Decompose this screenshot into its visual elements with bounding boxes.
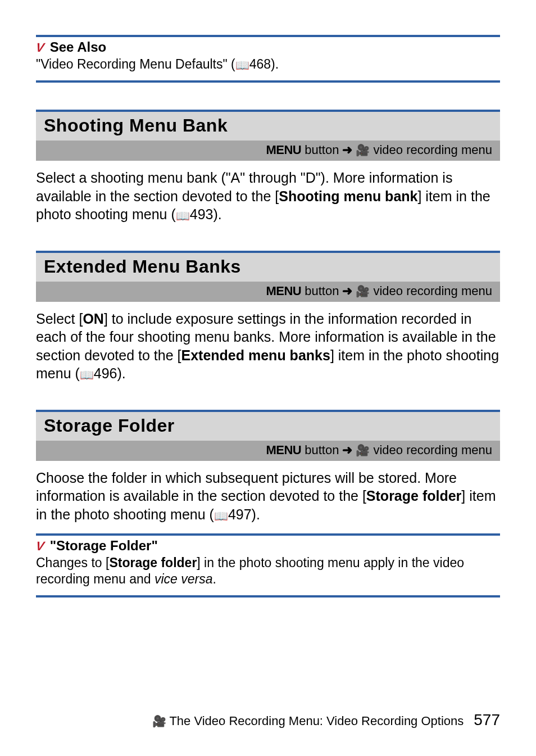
note-seealso-title: See Also xyxy=(50,39,107,55)
alert-v-icon: V xyxy=(34,42,46,54)
body-smb-ref: 493). xyxy=(190,206,222,222)
section-sub-emb: MENU button ➜ 🎥 video recording menu xyxy=(36,282,500,302)
body-emb: Select [ON] to include exposure settings… xyxy=(36,310,500,383)
section-title-emb: Extended Menu Banks xyxy=(44,256,492,277)
page: V See Also "Video Recording Menu Default… xyxy=(0,0,536,756)
menu-label-emb: MENU xyxy=(266,284,301,298)
note-sf-title: "Storage Folder" xyxy=(50,538,158,554)
section-storage-folder: Storage Folder MENU button ➜ 🎥 video rec… xyxy=(36,410,500,597)
body-smb: Select a shooting menu bank ("A" through… xyxy=(36,169,500,224)
note-seealso-text1: "Video Recording Menu Defaults" ( xyxy=(36,57,235,71)
note-sf-italic: vice versa xyxy=(155,572,213,586)
rule-bottom-sfnote xyxy=(36,595,500,597)
menu-trail-emb: video recording menu xyxy=(373,284,492,298)
note-sf-body: Changes to [Storage folder] in the photo… xyxy=(36,555,500,587)
video-icon: 🎥 xyxy=(356,284,370,298)
book-icon: 📖 xyxy=(214,509,228,523)
rule-top-sfnote xyxy=(36,533,500,536)
menu-label-sf: MENU xyxy=(266,443,301,458)
section-title-wrap-emb: Extended Menu Banks xyxy=(36,251,500,282)
menu-btn-emb: button xyxy=(305,284,339,298)
section-title-sf: Storage Folder xyxy=(44,415,492,436)
note-sf-bold: Storage folder xyxy=(109,555,197,570)
alert-v-icon: V xyxy=(34,540,46,553)
section-title-wrap-smb: Shooting Menu Bank xyxy=(36,110,500,141)
body-emb-1a: Select [ xyxy=(36,311,83,327)
video-icon: 🎥 xyxy=(356,143,370,157)
section-sub-smb: MENU button ➜ 🎥 video recording menu xyxy=(36,141,500,161)
video-icon: 🎥 xyxy=(152,715,166,727)
book-icon: 📖 xyxy=(235,58,249,73)
footer-text-wrap: 🎥 The Video Recording Menu: Video Record… xyxy=(152,714,464,728)
body-sf-bold: Storage folder xyxy=(366,488,461,504)
body-smb-bold: Shooting menu bank xyxy=(279,188,417,204)
arrow-icon: ➜ xyxy=(342,284,352,298)
rule-bottom-seealso xyxy=(36,80,500,83)
section-sub-sf: MENU button ➜ 🎥 video recording menu xyxy=(36,441,500,461)
note-seealso-ref: 468). xyxy=(249,57,279,71)
note-storage-folder: V "Storage Folder" Changes to [Storage f… xyxy=(36,533,500,597)
book-icon: 📖 xyxy=(176,209,190,223)
body-sf: Choose the folder in which subsequent pi… xyxy=(36,469,500,524)
footer-text: The Video Recording Menu: Video Recordin… xyxy=(166,714,464,728)
note-sf-3: . xyxy=(213,572,216,586)
book-icon: 📖 xyxy=(80,368,94,382)
menu-trail-sf: video recording menu xyxy=(373,443,492,458)
body-emb-ref: 496). xyxy=(94,365,126,381)
page-footer: 🎥 The Video Recording Menu: Video Record… xyxy=(36,711,500,729)
arrow-icon: ➜ xyxy=(342,143,352,157)
body-emb-on: ON xyxy=(83,311,104,327)
section-header-smb: Shooting Menu Bank MENU button ➜ 🎥 video… xyxy=(36,110,500,161)
menu-label-smb: MENU xyxy=(266,143,301,157)
section-shooting-menu-bank: Shooting Menu Bank MENU button ➜ 🎥 video… xyxy=(36,110,500,224)
note-sf-head: V "Storage Folder" xyxy=(36,538,500,554)
page-number: 577 xyxy=(474,711,500,729)
menu-btn-sf: button xyxy=(305,443,339,458)
note-sf-1: Changes to [ xyxy=(36,555,109,570)
section-header-sf: Storage Folder MENU button ➜ 🎥 video rec… xyxy=(36,410,500,461)
menu-btn-smb: button xyxy=(305,143,339,157)
section-title-smb: Shooting Menu Bank xyxy=(44,115,492,136)
section-title-wrap-sf: Storage Folder xyxy=(36,410,500,441)
note-seealso-body: "Video Recording Menu Defaults" (📖468). xyxy=(36,56,500,73)
section-header-emb: Extended Menu Banks MENU button ➜ 🎥 vide… xyxy=(36,251,500,302)
video-icon: 🎥 xyxy=(356,443,370,457)
rule-top-seealso xyxy=(36,35,500,37)
note-seealso-head: V See Also xyxy=(36,39,500,55)
body-emb-bold: Extended menu banks xyxy=(181,347,330,363)
section-extended-menu-banks: Extended Menu Banks MENU button ➜ 🎥 vide… xyxy=(36,251,500,383)
menu-trail-smb: video recording menu xyxy=(373,143,492,157)
body-sf-ref: 497). xyxy=(228,506,260,522)
arrow-icon: ➜ xyxy=(342,443,352,458)
